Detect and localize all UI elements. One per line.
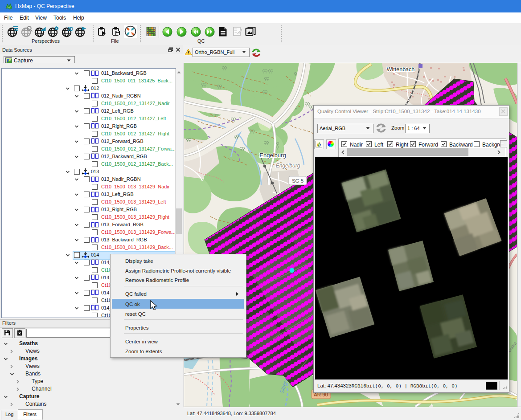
svg-text:SG 5: SG 5	[292, 178, 304, 183]
svg-text:Engelburg: Engelburg	[259, 152, 286, 159]
svg-text:Wittenbach: Wittenbach	[387, 66, 415, 73]
svg-text:Engelburg: Engelburg	[276, 163, 300, 169]
